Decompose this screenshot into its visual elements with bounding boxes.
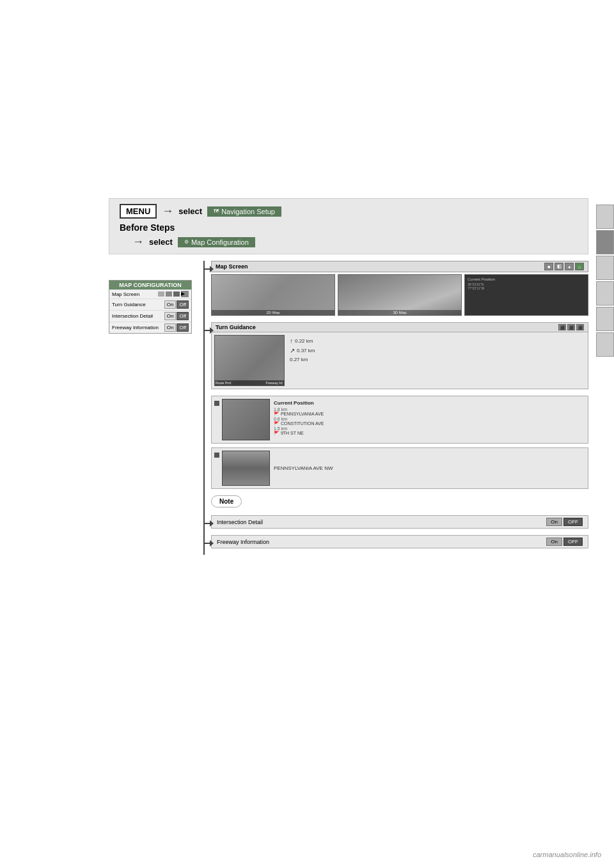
pos-dist-3: 1.5 km — [274, 426, 584, 431]
tg-icon-2: ⬛ — [567, 324, 575, 330]
turn-footer: Route Prof. Freeway Inf. — [215, 380, 284, 385]
current-pos-coords: 38°53'42"N77°02'11"W — [468, 283, 585, 290]
pos-street-2: 🚩 CONSTITUTION AVE — [274, 421, 584, 426]
before-steps-title: Before Steps — [120, 222, 578, 233]
nav-setup-button: 🗺 Navigation Setup — [207, 206, 281, 217]
dist-row-1: ↑ 0.22 km — [290, 337, 315, 345]
street-name: PENNSYLVANIA AVE NW — [274, 465, 333, 471]
pos-indicator — [214, 401, 219, 406]
arrow-right-icon: → — [162, 205, 173, 218]
street-view-block: PENNSYLVANIA AVE NW — [211, 447, 588, 489]
freeway-on-btn[interactable]: On — [546, 538, 562, 546]
content-body: MAP CONFIGURATION Map Screen ▶ Turn Guid… — [109, 261, 588, 555]
freeway-setting-row: Freeway Information On OFF — [211, 535, 588, 548]
map-config-title: MAP CONFIGURATION — [109, 281, 191, 290]
fwy-off: Off — [177, 323, 189, 332]
map-screenshots: 2D Map 3D Map Current Position — [211, 274, 588, 316]
freeway-inf-label: Freeway Inf. — [265, 381, 283, 385]
turn-distances: ↑ 0.22 km ↗ 0.37 km 0.27 km — [287, 335, 317, 386]
int-off: Off — [177, 312, 189, 320]
turn-guidance-toggle: On Off — [164, 300, 189, 309]
fwy-on: On — [164, 323, 177, 332]
left-panel: MAP CONFIGURATION Map Screen ▶ Turn Guid… — [109, 280, 192, 555]
freeway-setting-label: Freeway Information — [217, 539, 269, 545]
street-indicator — [214, 453, 219, 458]
map-screen-header: Map Screen ■ ◧ ● ⌂ — [211, 261, 588, 272]
watermark: carmanualsonline.info — [533, 851, 601, 858]
nav-config-icon: ⚙ — [184, 239, 189, 245]
sections-wrapper: Map Screen ■ ◧ ● ⌂ 2D Map — [211, 261, 588, 555]
pos-street-1: 🚩 PENNSYLVANIA AVE — [274, 412, 584, 417]
turn-guidance-box: Turn Guidance ⬛ ⬛ ⬛ Route Prof. — [211, 322, 588, 389]
current-position-block: Current Position 1.8 km 🚩 PENNSYLVANIA A… — [211, 396, 588, 444]
sh-icon-home: ⌂ — [575, 263, 584, 270]
freeway-arrow — [203, 543, 211, 544]
map-config-row-freeway: Freeway Information On Off — [109, 322, 191, 333]
freeway-label: Freeway Information — [112, 325, 159, 330]
tab-5[interactable] — [596, 307, 614, 331]
select-label-1: select — [178, 206, 202, 216]
map-screen-label: Map Screen — [112, 291, 139, 297]
tab-3[interactable] — [596, 256, 614, 280]
intersection-on-off: On OFF — [546, 518, 583, 526]
note-container: Note — [211, 493, 588, 510]
current-pos-content: Current Position 1.8 km 🚩 PENNSYLVANIA A… — [212, 396, 588, 443]
nav-setup-text: Navigation Setup — [221, 208, 275, 215]
tab-4[interactable] — [596, 281, 614, 306]
turn-arrow-icon-2: ↗ — [290, 347, 295, 354]
select-label-2: select — [149, 237, 173, 247]
tab-2-active[interactable] — [596, 230, 614, 254]
thumb-current-pos: Current Position 38°53'42"N77°02'11"W — [464, 274, 588, 316]
pos-dist-1: 1.8 km — [274, 407, 584, 412]
intersection-on-btn[interactable]: On — [546, 518, 562, 526]
nav-config-button: ⚙ Map Configuration — [178, 237, 255, 247]
map-screen-header-icons: ■ ◧ ● ⌂ — [544, 263, 584, 270]
street-view-content: PENNSYLVANIA AVE NW — [212, 448, 588, 488]
intersection-setting-row: Intersection Detail On OFF — [211, 515, 588, 529]
route-prof-label: Route Prof. — [216, 381, 232, 385]
map-config-box: MAP CONFIGURATION Map Screen ▶ Turn Guid… — [109, 280, 192, 334]
tg-icon-1: ⬛ — [558, 324, 566, 330]
thumb-2d-map: 2D Map — [211, 274, 335, 316]
dist-row-2: ↗ 0.37 km — [290, 347, 315, 354]
thumb-3d-label: 3D Map — [338, 310, 461, 315]
intersection-label: Intersection Detail — [112, 313, 153, 319]
vertical-connector-line — [203, 261, 205, 555]
intersection-setting-label: Intersection Detail — [217, 519, 263, 525]
tab-1[interactable] — [596, 205, 614, 229]
map-config-row-intersection: Intersection Detail On Off — [109, 311, 191, 322]
intersection-arrow — [203, 523, 211, 524]
map-config-row-turnguidance: Turn Guidance On Off — [109, 299, 191, 311]
map-screen-section: Map Screen ■ ◧ ● ⌂ 2D Map — [211, 261, 588, 316]
arrow-right-icon-2: → — [132, 235, 144, 249]
right-panel: Map Screen ■ ◧ ● ⌂ 2D Map — [198, 261, 588, 555]
turn-guidance-arrow — [203, 330, 211, 331]
turn-off: Off — [177, 300, 189, 309]
dist-row-3: 0.27 km — [290, 357, 315, 362]
turn-arrow-icon: ↑ — [290, 337, 293, 345]
dist-val-3: 0.27 km — [290, 357, 308, 362]
before-steps-box: MENU → select 🗺 Navigation Setup Before … — [109, 198, 588, 254]
intersection-section: Intersection Detail On OFF — [211, 515, 588, 529]
freeway-on-off: On OFF — [546, 538, 583, 546]
sh-icon-3: ● — [565, 263, 574, 270]
nav-setup-icon: 🗺 — [214, 208, 219, 214]
map-icon-1 — [158, 291, 164, 297]
intersection-off-btn[interactable]: OFF — [563, 518, 583, 526]
tg-header-icons: ⬛ ⬛ ⬛ — [558, 324, 584, 330]
tab-6[interactable] — [596, 332, 614, 357]
street-label: PENNSYLVANIA AVE NW — [272, 464, 585, 472]
thumb-2d-label: 2D Map — [212, 310, 335, 315]
nav-config-text: Map Configuration — [191, 238, 249, 246]
map-screen-icons: ▶ — [158, 291, 189, 297]
turn-guidance-label: Turn Guidance — [112, 302, 146, 307]
freeway-section: Freeway Information On OFF — [211, 535, 588, 548]
note-box: Note — [211, 495, 242, 508]
map-screen-arrow — [203, 268, 211, 270]
turn-guidance-content: Route Prof. Freeway Inf. ↑ 0.22 km — [212, 332, 588, 389]
sh-icon-2: ◧ — [555, 263, 563, 270]
right-tab-group — [596, 205, 614, 357]
freeway-off-btn[interactable]: OFF — [563, 538, 583, 546]
pos-dist-2: 0.6 km — [274, 417, 584, 421]
turn-guidance-section: Turn Guidance ⬛ ⬛ ⬛ Route Prof. — [211, 322, 588, 389]
